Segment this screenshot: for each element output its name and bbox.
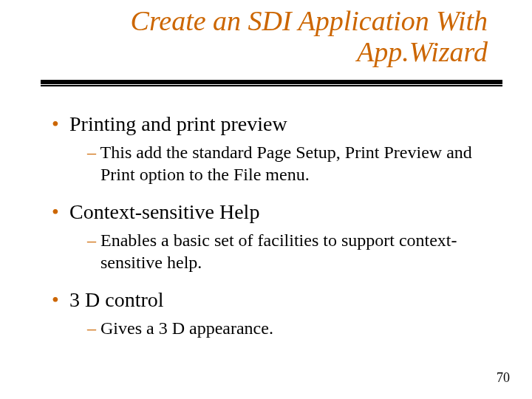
- bullet-item-1: •Printing and print preview: [52, 111, 495, 137]
- dash-icon: –: [87, 231, 100, 250]
- slide-body: •Printing and print preview – This add t…: [52, 103, 495, 352]
- slide: Create an SDI Application With App.Wizar…: [0, 0, 532, 399]
- sub-item-1: – This add the standard Page Setup, Prin…: [87, 141, 495, 185]
- title-line-1: Create an SDI Application With: [131, 5, 488, 36]
- bullet-heading: Printing and print preview: [69, 112, 287, 135]
- bullet-icon: •: [52, 199, 69, 225]
- sub-text: Enables a basic set of facilities to sup…: [100, 231, 457, 272]
- dash-icon: –: [87, 318, 100, 338]
- bullet-heading: 3 D control: [69, 288, 164, 311]
- slide-title: Create an SDI Application With App.Wizar…: [66, 6, 488, 68]
- bullet-heading: Context-sensitive Help: [69, 200, 259, 223]
- sub-text: This add the standard Page Setup, Print …: [100, 143, 472, 184]
- bullet-icon: •: [52, 111, 69, 137]
- sub-item-2: – Enables a basic set of facilities to s…: [87, 229, 495, 273]
- bullet-item-2: •Context-sensitive Help: [52, 199, 495, 225]
- sub-text: Gives a 3 D appearance.: [100, 318, 273, 338]
- sub-item-3: – Gives a 3 D appearance.: [87, 317, 495, 339]
- page-number: 70: [497, 370, 510, 386]
- dash-icon: –: [87, 143, 100, 162]
- title-underline: [41, 80, 502, 84]
- bullet-item-3: •3 D control: [52, 287, 495, 313]
- bullet-icon: •: [52, 287, 69, 313]
- title-line-2: App.Wizard: [357, 36, 488, 67]
